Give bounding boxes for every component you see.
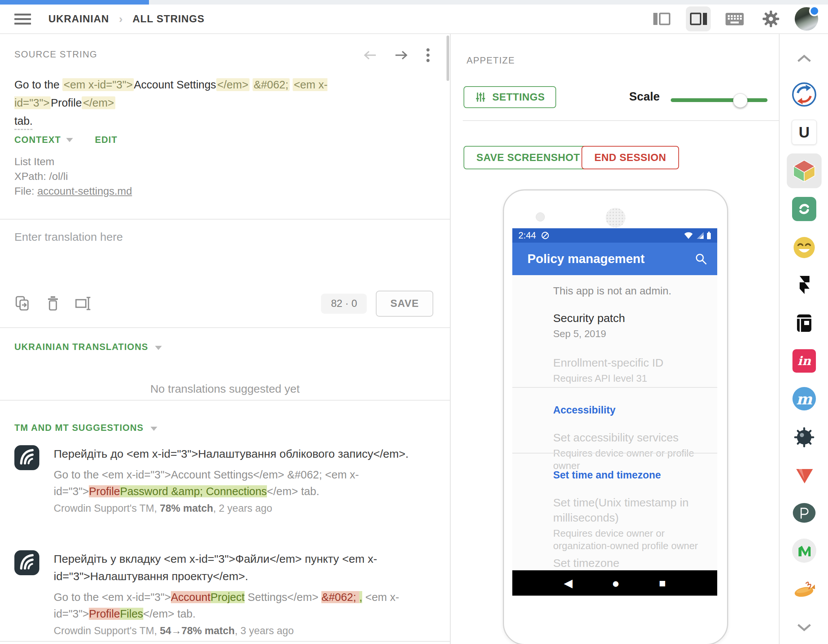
context-edit-button[interactable]: EDIT: [95, 135, 117, 145]
trash-icon: [45, 295, 61, 312]
online-status-badge: [809, 6, 820, 16]
smiley-icon: [793, 236, 815, 259]
sidebar-item-marvel[interactable]: m: [787, 381, 822, 416]
translation-input[interactable]: Enter translation here: [14, 230, 123, 243]
appetize-panel: APPETIZE SETTINGS Scale SAVE SCREENSHOT …: [451, 34, 779, 644]
sidebar-item-language-sync[interactable]: [787, 77, 822, 112]
more-options-icon[interactable]: [426, 48, 430, 63]
app-content: This app is not an admin. Security patch…: [512, 275, 717, 595]
data-saver-icon: [541, 231, 550, 240]
project-progress-bar: [0, 0, 828, 5]
list-item: Set timezone: [553, 556, 702, 571]
signal-icon: [696, 232, 704, 239]
diff-inserted: ,: [359, 591, 362, 603]
nav-back-icon[interactable]: ◀: [564, 578, 572, 589]
diff-inserted: Project: [210, 591, 245, 603]
device-emulator[interactable]: 2:44: [503, 190, 728, 644]
diff-deleted: Profile: [89, 485, 120, 497]
nav-home-icon[interactable]: ●: [612, 577, 620, 589]
source-string-heading: SOURCE STRING: [14, 49, 97, 60]
suggestion-target-text: Перейдіть у вкладку <em x-id="3">Файли</…: [54, 550, 432, 585]
u-letter-icon: U: [792, 120, 817, 145]
sidebar-item-principle[interactable]: [787, 495, 822, 530]
scale-label: Scale: [629, 90, 660, 103]
breadcrumb-language[interactable]: UKRAINIAN: [49, 13, 109, 25]
sidebar-item-mine-app[interactable]: [787, 420, 822, 454]
previous-string-icon[interactable]: [362, 49, 377, 61]
sidebar-item-invision[interactable]: in: [787, 343, 822, 378]
save-translation-button[interactable]: SAVE: [376, 291, 433, 317]
menu-icon[interactable]: [14, 11, 31, 27]
scale-slider-knob[interactable]: [733, 93, 748, 108]
keyboard-shortcuts-button[interactable]: [722, 6, 747, 31]
layout-right-panel-button[interactable]: [686, 6, 711, 31]
sidebar-item-u-app[interactable]: U: [787, 115, 822, 150]
sidebar-item-asset-cube-active[interactable]: [787, 154, 822, 188]
list-item[interactable]: Security patch Sep 5, 2019: [553, 311, 702, 340]
sidebar-item-medium[interactable]: [787, 533, 822, 568]
user-avatar[interactable]: [795, 7, 818, 31]
appetize-settings-button[interactable]: SETTINGS: [464, 86, 556, 108]
scale-slider[interactable]: [671, 98, 767, 102]
select-text-button[interactable]: [75, 295, 91, 312]
status-time: 2:44: [518, 230, 536, 241]
source-segment: [290, 78, 293, 91]
sidebar-item-framer[interactable]: [787, 268, 822, 303]
settings-gear-button[interactable]: [759, 6, 783, 31]
gear-icon: [762, 10, 779, 28]
translations-collapse-icon[interactable]: [155, 346, 162, 350]
tm-collapse-icon[interactable]: [151, 427, 157, 431]
context-file-link[interactable]: account-settings.md: [38, 185, 132, 197]
source-tag: &#062;: [252, 78, 290, 91]
section-header: Accessibility: [553, 404, 616, 416]
context-collapse-icon[interactable]: [66, 138, 73, 142]
char-counter: 82 · 0: [321, 294, 367, 314]
green-sync-icon: [792, 197, 816, 221]
clear-translation-button[interactable]: [45, 295, 61, 312]
sidebar-scroll-down[interactable]: [787, 610, 822, 644]
context-heading[interactable]: CONTEXT: [14, 135, 61, 145]
sliders-icon: [475, 91, 486, 103]
sidebar-item-sync-app[interactable]: [787, 192, 822, 226]
tm-suggestion[interactable]: Перейдіть у вкладку <em x-id="3">Файли</…: [14, 550, 432, 637]
layout-left-panel-button[interactable]: [649, 6, 674, 31]
app-bar: Policy management: [512, 243, 717, 275]
source-segment: Profile: [51, 97, 82, 109]
suggestion-meta: Crowdin Support's TM, 78% match, 2 years…: [54, 503, 432, 514]
copy-source-button[interactable]: [14, 295, 31, 312]
search-icon[interactable]: [695, 252, 707, 265]
android-nav-bar: ◀ ● ■: [512, 570, 717, 595]
sidebar-scroll-up[interactable]: [787, 41, 822, 76]
sidebar-item-red-triangle-app[interactable]: [787, 458, 822, 492]
context-file-label: File:: [14, 185, 38, 197]
end-session-button[interactable]: END SESSION: [582, 146, 679, 169]
list-item: Set time(Unix timestamp in milliseconds)…: [553, 495, 702, 552]
context-details: List Item XPath: /ol/li File: account-se…: [14, 154, 132, 198]
sidebar-item-emoji-app[interactable]: [787, 230, 822, 265]
chevron-up-icon: [797, 55, 812, 63]
sidebar-item-zeplin[interactable]: [787, 572, 822, 607]
principle-icon: [792, 502, 816, 523]
translations-heading[interactable]: UKRAINIAN TRANSLATIONS: [14, 342, 148, 352]
source-tag: </em>: [216, 78, 249, 91]
cube-icon: [792, 158, 817, 183]
suggestion-target-text: Перейдіть до <em x-id="3">Налаштування о…: [54, 445, 432, 462]
next-string-icon[interactable]: [394, 49, 409, 61]
breadcrumb-filter[interactable]: ALL STRINGS: [133, 13, 205, 25]
admin-note: This app is not an admin.: [553, 285, 671, 297]
section-header: Set time and timezone: [553, 469, 661, 481]
no-translations-message: No translations suggested yet: [0, 382, 450, 395]
tm-suggestion[interactable]: Перейдіть до <em x-id="3">Налаштування о…: [14, 445, 432, 514]
appetize-heading: APPETIZE: [467, 55, 515, 66]
marvel-icon: m: [792, 387, 816, 411]
panel-scrollbar[interactable]: [447, 36, 449, 81]
sidebar-item-sketchbook[interactable]: [787, 306, 822, 340]
tm-suggestions-heading[interactable]: TM AND MT SUGGESTIONS: [14, 423, 144, 433]
source-segment: Account Settings: [134, 78, 216, 91]
nav-recents-icon[interactable]: ■: [659, 578, 666, 589]
phone-screen[interactable]: 2:44: [512, 228, 717, 595]
invision-icon: in: [792, 349, 816, 373]
context-file-row: File: account-settings.md: [14, 184, 132, 198]
match-percent: 54→78% match: [160, 625, 235, 636]
save-screenshot-button[interactable]: SAVE SCREENSHOT: [464, 146, 593, 169]
